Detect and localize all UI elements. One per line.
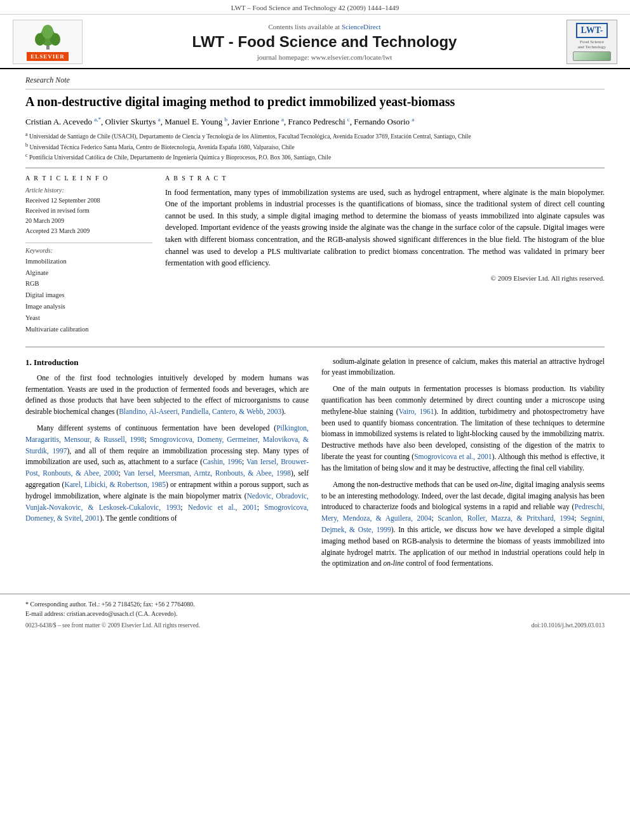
sciencedirect-link[interactable]: ScienceDirect [342, 23, 381, 30]
body-para-2: Many different systems of continuous fer… [25, 423, 309, 524]
article-type-label: Research Note [25, 76, 605, 85]
affiliation-sup-a2: a [158, 116, 161, 123]
title-top-divider [25, 89, 605, 90]
keyword-2: Alginate [25, 267, 152, 279]
ref-scanlon[interactable]: Scanlon, Roller, Mazza, & Pritxhard, 199… [438, 514, 574, 522]
body-para-1: One of the first food technologies intui… [25, 373, 309, 418]
journal-title: LWT - Food Science and Technology [95, 33, 554, 51]
tree-illustration-icon [30, 23, 65, 50]
footer-bottom-bar: 0023-6438/$ – see front matter © 2009 El… [25, 622, 605, 629]
article-body-divider [25, 168, 605, 168]
lwt-journal-logo: LWT- Food Scienceand Technology [566, 20, 617, 64]
body-col-left: 1. Introduction One of the first food te… [25, 356, 309, 575]
journal-citation-bar: LWT – Food Science and Technology 42 (20… [0, 0, 630, 15]
affiliation-a: a Universidad de Santiago de Chile (USAC… [25, 131, 605, 141]
keywords-label: Keywords: [25, 247, 152, 254]
affiliations-block: a Universidad de Santiago de Chile (USAC… [25, 131, 605, 162]
journal-header: ELSEVIER Contents lists available at Sci… [0, 15, 630, 69]
affiliation-b: b Universidad Técnica Federico Santa Mar… [25, 142, 605, 152]
ref-nedovic2[interactable]: Nedovic et al., 2001 [188, 503, 257, 511]
body-para-3: sodium-alginate gelation in presence of … [321, 356, 605, 379]
ref-cashin[interactable]: Cashin, 1996 [203, 458, 242, 465]
footer-legal-text: 0023-6438/$ – see front matter © 2009 El… [25, 622, 200, 629]
article-revised-label: Received in revised form [25, 206, 152, 216]
keyword-1: Immobilization [25, 256, 152, 267]
keywords-list: Immobilization Alginate RGB Digital imag… [25, 256, 152, 335]
body-top-divider [25, 347, 605, 347]
article-history-group: Article history: Received 12 September 2… [25, 187, 152, 236]
abstract-column: A B S T R A C T In food fermentation, ma… [165, 175, 605, 342]
keyword-3: RGB [25, 278, 152, 290]
abstract-text: In food fermentation, many types of immo… [165, 187, 605, 269]
section1-title: 1. Introduction [25, 356, 309, 369]
keyword-6: Yeast [25, 312, 152, 324]
abstract-heading: A B S T R A C T [165, 175, 605, 182]
keyword-4: Digital images [25, 290, 152, 301]
article-info-abstract-section: A R T I C L E I N F O Article history: R… [25, 175, 605, 342]
lwt-logo-image [573, 51, 611, 61]
elsevier-tree-logo: ELSEVIER [13, 20, 83, 64]
info-divider [25, 243, 152, 243]
main-content: Research Note A non-destructive digital … [0, 69, 630, 587]
page-footer: * Corresponding author. Tel.: +56 2 7184… [0, 594, 630, 632]
affiliation-sup-a: a,* [94, 116, 101, 123]
ref-blandino[interactable]: Blandino, Al-Aseeri, Pandiella, Cantero,… [119, 408, 281, 415]
body-para-4: One of the main outputs in fermentation … [321, 383, 605, 474]
article-info-column: A R T I C L E I N F O Article history: R… [25, 175, 152, 342]
keywords-group: Keywords: Immobilization Alginate RGB Di… [25, 247, 152, 335]
body-col-right: sodium-alginate gelation in presence of … [321, 356, 605, 575]
journal-citation-text: LWT – Food Science and Technology 42 (20… [231, 4, 399, 11]
ref-vaniersel2[interactable]: Van Iersel, Meersman, Arntz, Ronbouts, &… [123, 469, 291, 477]
affiliation-sup-a4: a [412, 116, 414, 123]
elsevier-label: ELSEVIER [27, 52, 69, 61]
sciencedirect-availability: Contents lists available at ScienceDirec… [95, 23, 554, 30]
keyword-5: Image analysis [25, 301, 152, 312]
body-section: 1. Introduction One of the first food te… [25, 356, 605, 575]
affiliation-c: c Pontificia Universidad Católica de Chi… [25, 152, 605, 162]
copyright-line: © 2009 Elsevier Ltd. All rights reserved… [165, 274, 605, 282]
article-revised-date: 20 March 2009 [25, 216, 152, 226]
ref-karel[interactable]: Karel, Libicki, & Robertson, 1985 [64, 481, 166, 488]
ref-vairo[interactable]: Vairo, 1961 [399, 408, 434, 415]
svg-point-4 [42, 25, 53, 39]
footnote-corresponding: * Corresponding author. Tel.: +56 2 7184… [25, 599, 605, 618]
authors-line: Cristian A. Acevedo a,*, Olivier Skurtys… [25, 116, 605, 127]
footer-doi-text: doi:10.1016/j.lwt.2009.03.013 [532, 622, 605, 629]
article-history-label: Article history: [25, 187, 152, 194]
affiliation-sup-b: b [224, 116, 227, 123]
lwt-logo-subtitle: Food Scienceand Technology [578, 39, 607, 50]
affiliation-sup-c: c [347, 116, 350, 123]
page: LWT – Food Science and Technology 42 (20… [0, 0, 630, 840]
body-para-5: Among the non-destructive methods that c… [321, 479, 605, 570]
ref-smogrovicova3[interactable]: Smogrovicova et al., 2001 [414, 453, 492, 460]
affiliation-sup-a3: a [281, 116, 284, 123]
article-title: A non-destructive digital imaging method… [25, 93, 605, 110]
journal-title-area: Contents lists available at ScienceDirec… [83, 23, 566, 61]
keyword-7: Multivariate calibration [25, 324, 152, 335]
journal-homepage: journal homepage: www.elsevier.com/locat… [95, 53, 554, 61]
lwt-badge-label: LWT- [576, 23, 608, 38]
article-info-heading: A R T I C L E I N F O [25, 175, 152, 182]
article-received-date: Received 12 September 2008 Received in r… [25, 196, 152, 236]
